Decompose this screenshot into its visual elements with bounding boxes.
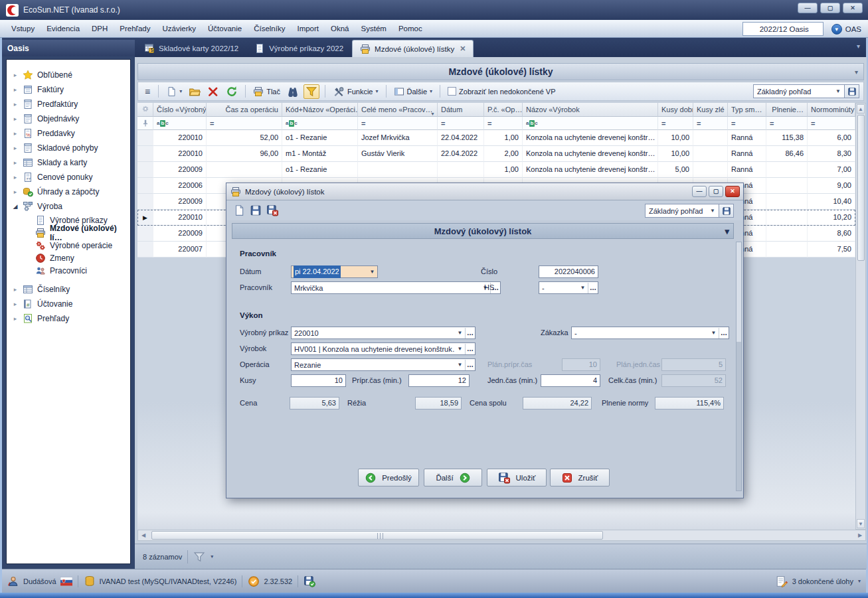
- number-input[interactable]: 2022040006: [539, 265, 598, 278]
- filter-cell-normominúty[interactable]: =: [808, 117, 855, 130]
- next-button[interactable]: Ďalší: [424, 469, 482, 486]
- setup-time-input[interactable]: 12: [408, 374, 470, 387]
- collapsed-arrow-icon[interactable]: ▸: [12, 301, 19, 307]
- footer-filter-caret-icon[interactable]: ▾: [211, 554, 213, 560]
- filter-cell-názov-výrobok[interactable]: abc: [523, 117, 658, 130]
- delete-record-button[interactable]: [205, 84, 221, 99]
- filter-cell-čas-za-operáciu[interactable]: =: [207, 117, 282, 130]
- status-database[interactable]: IVANAD test (MySQL/IVANADtest, V2246): [84, 575, 237, 587]
- collapsed-arrow-icon[interactable]: ▸: [12, 174, 19, 181]
- scroll-down-icon[interactable]: ▼: [857, 519, 865, 528]
- order-lookup-icon[interactable]: …: [719, 328, 729, 338]
- collapsed-arrow-icon[interactable]: ▸: [12, 72, 19, 78]
- order-caret-icon[interactable]: ▼: [709, 330, 719, 336]
- sidebar-item-predfaktúry[interactable]: ▸Predfaktúry: [7, 97, 130, 112]
- sidebar-item-skladové-pohyby[interactable]: ▸Skladové pohyby: [7, 141, 130, 155]
- dialog-save-icon[interactable]: [250, 204, 262, 216]
- collapsed-arrow-icon[interactable]: ▸: [12, 159, 19, 166]
- dialog-scrollbar[interactable]: [736, 242, 742, 491]
- worker-select[interactable]: Mrkvička ▼…: [291, 281, 501, 294]
- dialog-close-button[interactable]: ✕: [725, 186, 740, 197]
- column-header-typ-sm[interactable]: Typ sm…: [728, 103, 766, 117]
- sidebar-item-sklady-a-karty[interactable]: ▸Sklady a karty: [7, 155, 130, 170]
- sidebar-item-výroba[interactable]: ◢Výroba: [7, 199, 130, 214]
- dialog-view-select[interactable]: Základný pohľad▼: [645, 204, 719, 218]
- menu-item-vstupy[interactable]: Vstupy: [5, 22, 41, 35]
- tab-close-icon[interactable]: ✕: [460, 44, 466, 53]
- save-button[interactable]: Uložiť: [487, 469, 547, 486]
- collapsed-arrow-icon[interactable]: ▸: [12, 286, 19, 293]
- operation-select[interactable]: Rezanie ▼…: [291, 358, 476, 371]
- menu-item-systém[interactable]: Systém: [355, 22, 392, 35]
- oas-menu[interactable]: ▼ OAS: [831, 24, 861, 35]
- product-select[interactable]: HV001 | Konzola na uchytenie drevenej ko…: [291, 342, 476, 355]
- filter-cell-kód-názov-operáci[interactable]: abc: [282, 117, 358, 130]
- open-record-button[interactable]: [187, 84, 203, 99]
- dialog-titlebar[interactable]: Mzdový (úkolový) lístok — ▢ ✕: [226, 183, 743, 200]
- menu-item-prehľady[interactable]: Prehľady: [114, 22, 156, 35]
- date-input[interactable]: pi 22.04.2022 ▼: [291, 265, 378, 278]
- column-header-celé-meno-pracov[interactable]: Celé meno «Pracov…▼: [358, 103, 438, 117]
- column-header-názov-výrobok[interactable]: Názov «Výrobok: [523, 103, 658, 117]
- unit-time-input[interactable]: 4: [541, 374, 600, 387]
- search-button[interactable]: [285, 84, 301, 99]
- grid-corner-cell[interactable]: [137, 103, 153, 117]
- product-lookup-icon[interactable]: …: [465, 344, 475, 354]
- unfinished-vp-checkbox[interactable]: Zobraziť len nedokončené VP: [446, 86, 557, 97]
- date-caret-icon[interactable]: ▼: [367, 266, 377, 277]
- status-version[interactable]: 2.32.532: [248, 575, 292, 587]
- column-header-číslo-výrobný-prí[interactable]: Číslo «Výrobný prí…: [153, 103, 207, 117]
- period-selector[interactable]: 2022/12 Oasis: [742, 22, 824, 36]
- expanded-arrow-icon[interactable]: ◢: [12, 203, 19, 210]
- production-order-caret-icon[interactable]: ▼: [455, 330, 465, 336]
- column-header-p-č-op[interactable]: P.č. «Op…: [484, 103, 523, 117]
- dialog-new-icon[interactable]: [233, 204, 245, 216]
- previous-button[interactable]: Predošlý: [358, 469, 419, 486]
- column-header-kód-názov-operáci[interactable]: Kód+Názov «Operáci…: [282, 103, 358, 117]
- sidebar-item-preddavky[interactable]: ▸%Preddavky: [7, 126, 130, 141]
- filter-toggle-button[interactable]: [304, 84, 319, 99]
- column-header-kusy-dobré[interactable]: Kusy dobré: [658, 103, 693, 117]
- sidebar-item-úhrady-a-zápočty[interactable]: ▸Úhrady a zápočty: [7, 185, 130, 199]
- column-header-kusy-zlé[interactable]: Kusy zlé: [693, 103, 728, 117]
- sidebar-item-prehľady[interactable]: ▸Prehľady: [7, 311, 130, 326]
- menu-item-účtovanie[interactable]: Účtovanie: [202, 22, 248, 35]
- footer-filter-icon[interactable]: [193, 551, 205, 563]
- vertical-scroll-thumb[interactable]: [857, 115, 865, 261]
- new-record-button[interactable]: ▾: [164, 85, 184, 98]
- filter-cell-dátum[interactable]: =: [438, 117, 484, 130]
- collapsed-arrow-icon[interactable]: ▸: [12, 86, 19, 93]
- refresh-button[interactable]: [224, 84, 240, 99]
- scroll-right-icon[interactable]: ▶: [855, 531, 865, 540]
- more-menu-button[interactable]: Ďalšie▾: [392, 85, 435, 98]
- operation-caret-icon[interactable]: ▼: [455, 362, 465, 368]
- sidebar-item-obľúbené[interactable]: ▸Obľúbené: [7, 68, 130, 82]
- status-tasks[interactable]: 3 dokončené úlohy ▾: [776, 575, 861, 587]
- filter-cell-p-č-op[interactable]: =: [484, 117, 523, 130]
- table-row[interactable]: 220009o1 - Rezanie1,00Konzola na uchyten…: [137, 162, 855, 178]
- table-row[interactable]: 22001096,00m1 - MontážGustáv Vierik22.04…: [137, 146, 855, 162]
- menu-item-uzávierky[interactable]: Uzávierky: [157, 22, 202, 35]
- scroll-up-icon[interactable]: ▲: [857, 104, 865, 113]
- dialog-scroll-thumb[interactable]: [737, 242, 741, 342]
- sidebar-item-pracovníci[interactable]: Pracovníci: [7, 264, 130, 277]
- hs-lookup-icon[interactable]: …: [588, 283, 598, 293]
- sidebar-item-výrobné-operácie[interactable]: Výrobné operácie: [7, 239, 130, 252]
- production-order-lookup-icon[interactable]: …: [465, 328, 475, 338]
- dialog-save-close-icon[interactable]: [266, 204, 278, 216]
- sidebar-item-faktúry[interactable]: ▸Faktúry: [7, 82, 130, 97]
- hs-caret-icon[interactable]: ▼: [578, 285, 588, 291]
- dialog-minimize-button[interactable]: —: [692, 186, 707, 197]
- status-user[interactable]: Dudášová: [7, 575, 72, 587]
- sidebar-item-zmeny[interactable]: Zmeny: [7, 252, 130, 264]
- horizontal-scroll-thumb[interactable]: [151, 531, 603, 540]
- order-select[interactable]: - ▼…: [571, 327, 729, 339]
- filter-cell-kusy-dobré[interactable]: =: [658, 117, 693, 130]
- menu-item-pomoc[interactable]: Pomoc: [392, 22, 428, 35]
- vertical-scrollbar[interactable]: ▲ ▼: [855, 103, 866, 530]
- menu-item-import[interactable]: Import: [291, 22, 325, 35]
- maximize-button[interactable]: ▢: [820, 3, 840, 13]
- pin-icon[interactable]: [120, 44, 130, 53]
- tab-výrobné-príkazy-2022[interactable]: Výrobné príkazy 2022: [247, 40, 351, 57]
- view-select[interactable]: Základný pohľad▼: [753, 84, 845, 98]
